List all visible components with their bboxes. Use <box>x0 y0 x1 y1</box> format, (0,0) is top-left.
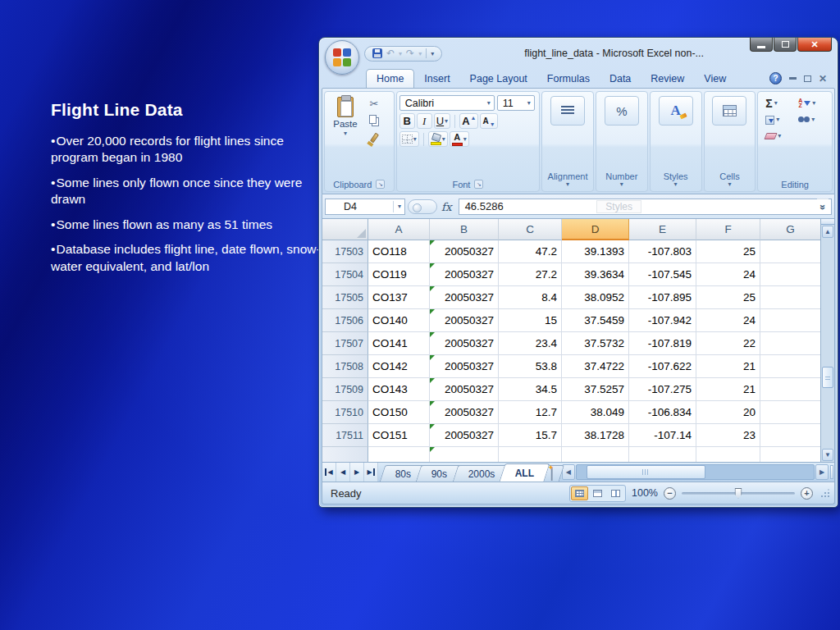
row-header[interactable]: 17509 <box>322 378 368 401</box>
cell-d[interactable]: 37.5257 <box>562 378 629 401</box>
column-header-a[interactable]: A <box>368 219 430 240</box>
cell-c[interactable]: 23.4 <box>499 332 562 355</box>
font-name-combo[interactable]: Calibri ▾ <box>399 95 495 111</box>
name-box[interactable]: D4 ▾ <box>325 199 405 215</box>
cell-a[interactable]: CO118 <box>368 240 430 263</box>
cells-button[interactable] <box>712 96 746 126</box>
cell-b[interactable]: 20050327 <box>430 355 499 378</box>
ribbon-tab-data[interactable]: Data <box>600 70 641 88</box>
cell-c[interactable]: 8.4 <box>499 286 562 309</box>
ribbon-tab-formulas[interactable]: Formulas <box>537 70 600 88</box>
previous-sheet-button[interactable]: ◀ <box>336 463 350 482</box>
scrollbar-split-box[interactable] <box>821 219 834 225</box>
row-header[interactable]: 17503 <box>322 240 368 263</box>
restore-button[interactable] <box>774 38 797 52</box>
clipboard-dialog-launcher-icon[interactable]: ↘ <box>376 180 385 189</box>
cell-a[interactable]: CO150 <box>368 401 430 424</box>
cell-b[interactable]: 20050327 <box>430 240 499 263</box>
cell-e[interactable]: -107.545 <box>629 263 696 286</box>
minimize-button[interactable] <box>750 38 773 52</box>
cell-d[interactable]: 37.4722 <box>562 355 629 378</box>
cell-e[interactable]: -107.275 <box>629 378 696 401</box>
select-all-button[interactable] <box>322 219 368 240</box>
cell-d[interactable]: 37.5459 <box>562 309 629 332</box>
cell-g[interactable] <box>760 378 820 401</box>
sheet-tab-all-active[interactable]: ALL <box>500 463 550 482</box>
row-header[interactable]: 17506 <box>322 309 368 332</box>
undo-dropdown-icon[interactable]: ▾ <box>399 50 402 57</box>
cell-b[interactable]: 20050327 <box>430 378 499 401</box>
last-sheet-button[interactable]: ▶ <box>364 463 378 482</box>
scroll-right-button[interactable]: ▶ <box>815 464 829 480</box>
zoom-out-button[interactable]: − <box>664 487 676 500</box>
page-layout-view-button[interactable] <box>589 486 606 500</box>
fill-color-button[interactable]: ▾ <box>428 131 448 147</box>
cell[interactable] <box>368 447 430 462</box>
close-button[interactable]: ✕ <box>797 38 832 52</box>
next-sheet-button[interactable]: ▶ <box>350 463 364 482</box>
cell-f[interactable]: 23 <box>696 424 760 447</box>
format-painter-button[interactable] <box>364 130 384 145</box>
cell-a[interactable]: CO137 <box>368 286 430 309</box>
find-select-button[interactable]: ▾ <box>796 112 827 127</box>
chevron-down-icon[interactable]: ▾ <box>674 181 678 188</box>
cell[interactable] <box>562 447 629 462</box>
font-dialog-launcher-icon[interactable]: ↘ <box>474 180 483 189</box>
cell-b[interactable]: 20050327 <box>430 309 499 332</box>
autosum-button[interactable]: Σ▾ <box>763 96 794 111</box>
scrollbar-resize-handle[interactable] <box>830 465 833 479</box>
row-header[interactable]: 17511 <box>322 424 368 447</box>
cell-f[interactable]: 24 <box>696 263 760 286</box>
cell-a[interactable]: CO151 <box>368 424 430 447</box>
cell-b[interactable]: 20050327 <box>430 424 499 447</box>
fill-button[interactable]: ▾ <box>763 112 794 127</box>
save-icon[interactable] <box>372 48 382 58</box>
zoom-level-text[interactable]: 100% <box>632 487 658 499</box>
cell-c[interactable]: 47.2 <box>499 240 562 263</box>
cell-d[interactable]: 39.3634 <box>562 263 629 286</box>
cell-e[interactable]: -107.819 <box>629 332 696 355</box>
cell-g[interactable] <box>760 263 820 286</box>
cell[interactable] <box>760 447 820 462</box>
italic-button[interactable]: I <box>417 113 432 129</box>
alignment-button[interactable] <box>550 96 585 126</box>
row-header[interactable]: 17505 <box>322 286 368 309</box>
cell-a[interactable]: CO142 <box>368 355 430 378</box>
ribbon-tab-review[interactable]: Review <box>641 70 694 88</box>
cell-c[interactable]: 53.8 <box>499 355 562 378</box>
column-header-g[interactable]: G <box>760 219 820 240</box>
bold-button[interactable]: B <box>399 113 415 129</box>
borders-button[interactable]: ▾ <box>399 131 419 147</box>
chevron-down-icon[interactable]: ▾ <box>620 181 623 188</box>
cell-c[interactable]: 12.7 <box>499 401 562 424</box>
redo-dropdown-icon[interactable]: ▾ <box>418 50 422 57</box>
column-header-f[interactable]: F <box>696 219 760 240</box>
normal-view-button[interactable] <box>571 486 588 500</box>
zoom-slider-track[interactable] <box>682 492 795 495</box>
cell-g[interactable] <box>760 424 820 447</box>
cell-g[interactable] <box>760 286 820 309</box>
workbook-minimize-icon[interactable] <box>789 77 797 80</box>
grow-font-button[interactable]: A▲ <box>459 113 478 129</box>
ribbon-tab-page-layout[interactable]: Page Layout <box>460 70 537 88</box>
ribbon-tab-view[interactable]: View <box>694 70 736 88</box>
horizontal-scroll-thumb[interactable] <box>587 465 705 479</box>
cell-c[interactable]: 15.7 <box>499 424 562 447</box>
workbook-close-icon[interactable]: ✕ <box>819 74 827 84</box>
cell-f[interactable]: 24 <box>696 309 760 332</box>
cell-a[interactable]: CO143 <box>368 378 430 401</box>
column-header-b[interactable]: B <box>430 219 499 240</box>
chevron-down-icon[interactable]: ▾ <box>566 181 569 188</box>
cell-f[interactable]: 21 <box>696 378 760 401</box>
cell-e[interactable]: -106.834 <box>629 401 696 424</box>
clear-button[interactable]: ▾ <box>763 129 794 144</box>
cell-g[interactable] <box>760 240 820 263</box>
cell-f[interactable]: 20 <box>696 401 760 424</box>
row-header[interactable]: 17507 <box>322 332 368 355</box>
resize-grip[interactable] <box>820 489 829 498</box>
cell-c[interactable]: 34.5 <box>499 378 562 401</box>
cell-f[interactable]: 21 <box>696 355 760 378</box>
cell-a[interactable]: CO140 <box>368 309 430 332</box>
cell[interactable] <box>499 447 562 462</box>
help-icon[interactable]: ? <box>769 72 782 84</box>
